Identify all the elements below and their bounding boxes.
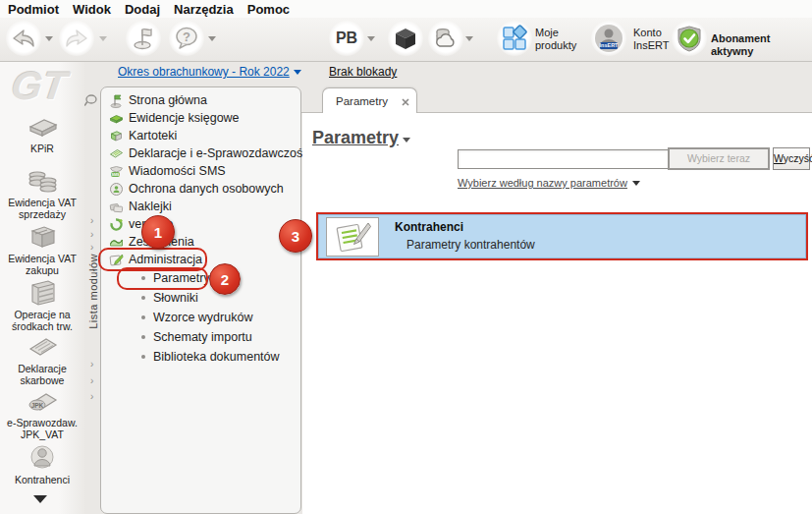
parameter-list-item-kontrahenci[interactable]: Kontrahenci Parametry kontrahentów (316, 212, 808, 260)
nav-subitem-label: Słowniki (153, 291, 198, 305)
more-modules-arrow[interactable] (33, 495, 47, 503)
chevron-icon: › (90, 216, 93, 226)
coins-icon (23, 167, 62, 195)
cloud-sync-button[interactable] (428, 21, 463, 56)
nav-item-strona-glowna[interactable]: Strona główna (102, 91, 298, 109)
card-boxes-icon (23, 223, 62, 251)
navigation-tree-panel: Strona główna Ewidencje księgowe Kartote… (100, 86, 301, 514)
nav-item-wiadomosci-sms[interactable]: SMS Wiadomości SMS (102, 162, 298, 180)
forward-dropdown-caret[interactable] (99, 36, 107, 41)
konto-insert-label[interactable]: Konto InsERT (633, 27, 669, 52)
nav-item-kartoteki[interactable]: Kartoteki (102, 127, 298, 144)
clear-button[interactable]: Wyczyść (773, 147, 810, 170)
menu-widok[interactable]: Widok (73, 2, 111, 17)
pin-icon[interactable] (84, 92, 99, 110)
cloud-dropdown-caret[interactable] (465, 36, 473, 41)
nav-item-vendero[interactable]: vendero (102, 215, 298, 233)
module-deklaracje-skarbowe[interactable]: Deklaracje skarbowe (0, 335, 84, 386)
nav-subitem-biblioteka-dokumentow[interactable]: Biblioteka dokumentów (102, 347, 298, 367)
module-operacje-srodki-trwale[interactable]: Operacje na środkach trw. (0, 279, 84, 332)
user-context-button[interactable]: PB (329, 21, 364, 56)
nav-item-label: Ochrona danych osobowych (129, 182, 284, 196)
module-label: Ewidencja VAT zakupu (2, 253, 82, 276)
nav-item-deklaracje[interactable]: Deklaracje i e-Sprawozdawczość (102, 144, 298, 162)
nav-subitem-slowniki[interactable]: Słowniki (102, 288, 298, 308)
nav-item-naklejki[interactable]: Naklejki (102, 198, 298, 215)
filter-by-name-link[interactable]: Wybierz według nazwy parametrów (458, 177, 640, 189)
module-label: KPiR (2, 143, 82, 154)
chevron-down-icon (294, 70, 301, 75)
application-window: Podmiot Widok Dodaj Narzędzia Pomoc (0, 0, 812, 514)
konto-line1: Konto (633, 27, 669, 39)
chevron-icon: › (90, 392, 93, 402)
nav-item-ochrona-danych[interactable]: Ochrona danych osobowych (102, 180, 298, 198)
note-pencil-icon (333, 220, 372, 254)
forward-arrow-icon (64, 26, 89, 51)
module-strip-label[interactable]: Lista modułów (87, 254, 99, 329)
lock-status-link[interactable]: Brak blokady (329, 65, 397, 79)
parameter-title: Kontrahenci (395, 220, 463, 234)
tab-label: Parametry (336, 95, 388, 107)
parameter-subtitle: Parametry kontrahentów (406, 238, 535, 252)
tab-parametry[interactable]: Parametry (322, 87, 417, 113)
konto-insert-button[interactable]: InsERT (591, 21, 626, 56)
toolbar: ? PB (0, 18, 812, 62)
product-tiles-icon (501, 25, 528, 52)
filter-link-text: Wybierz według nazwy parametrów (458, 177, 627, 189)
flag-button[interactable] (126, 21, 161, 56)
back-dropdown-caret[interactable] (45, 36, 53, 41)
select-now-button[interactable]: Wybierz teraz (668, 147, 770, 170)
menu-dodaj[interactable]: Dodaj (125, 2, 160, 17)
moje-produkty-line1: Moje (535, 27, 576, 39)
flag-icon (131, 26, 156, 51)
abonament-button[interactable] (672, 21, 707, 56)
administration-icon (109, 253, 124, 267)
module-label: Operacje na środkach trw. (2, 309, 82, 332)
chevron-down-icon (403, 138, 410, 143)
menu-pomoc[interactable]: Pomoc (247, 2, 290, 17)
accounting-period-text: Okres obrachunkowy - Rok 2022 (118, 65, 290, 79)
clear-button-accel: W (774, 152, 784, 164)
nav-item-zestawienia[interactable]: Zestawienia (102, 233, 298, 251)
bullet-icon (141, 315, 145, 319)
page-heading-menu[interactable]: Parametry (312, 128, 410, 148)
cube-button[interactable] (388, 21, 423, 56)
abonament-label: Abonament aktywny (711, 32, 812, 58)
chevron-icon: › (90, 230, 93, 240)
help-dropdown-caret[interactable] (208, 36, 216, 41)
module-jpk-vat[interactable]: JPK e-Sprawozdaw. JPK_VAT (0, 389, 84, 440)
nav-item-administracja[interactable]: Administracja (102, 251, 298, 268)
nav-subitem-wzorce-wydrukow[interactable]: Wzorce wydruków (102, 308, 298, 327)
module-ewidencja-vat-zakupu[interactable]: Ewidencja VAT zakupu (0, 223, 84, 276)
moje-produkty-label[interactable]: Moje produkty (535, 27, 576, 52)
back-button[interactable] (6, 21, 41, 56)
home-flag-icon (109, 93, 124, 108)
ledger-book-icon (23, 113, 62, 141)
nav-subitem-schematy-importu[interactable]: Schematy importu (102, 327, 298, 347)
svg-text:SMS: SMS (111, 173, 120, 177)
help-button[interactable]: ? (169, 21, 204, 56)
nav-item-label: Ewidencje księgowe (129, 111, 240, 125)
close-icon[interactable] (402, 92, 409, 110)
module-kontrahenci[interactable]: Kontrahenci (0, 444, 84, 485)
bullet-icon (141, 335, 145, 339)
account-avatar-icon: InsERT (593, 23, 624, 54)
accounting-period-link[interactable]: Okres obrachunkowy - Rok 2022 (118, 65, 301, 79)
user-dropdown-caret[interactable] (367, 36, 375, 41)
annotation-badge-1: 1 (141, 215, 175, 249)
nav-item-label: Wiadomości SMS (129, 164, 226, 178)
nav-item-label: Kartoteki (129, 129, 177, 143)
menu-narzedzia[interactable]: Narzędzia (174, 2, 234, 17)
nav-item-ewidencje-ksiegowe[interactable]: Ewidencje księgowe (102, 109, 298, 127)
moje-produkty-button[interactable] (497, 21, 532, 56)
forward-button[interactable] (59, 21, 94, 56)
menu-podmiot[interactable]: Podmiot (8, 2, 59, 17)
parameter-search-input[interactable] (458, 149, 672, 169)
nav-subitem-parametry[interactable]: Parametry (102, 268, 298, 288)
nav-subitem-label: Parametry (153, 271, 210, 285)
module-label: Kontrahenci (2, 474, 82, 485)
cube-icon (393, 26, 418, 51)
nav-item-label: Deklaracje i e-Sprawozdawczość (129, 146, 308, 160)
module-kpir[interactable]: KPiR (0, 113, 84, 154)
module-ewidencja-vat-sprzedazy[interactable]: Ewidencja VAT sprzedaży (0, 167, 84, 220)
